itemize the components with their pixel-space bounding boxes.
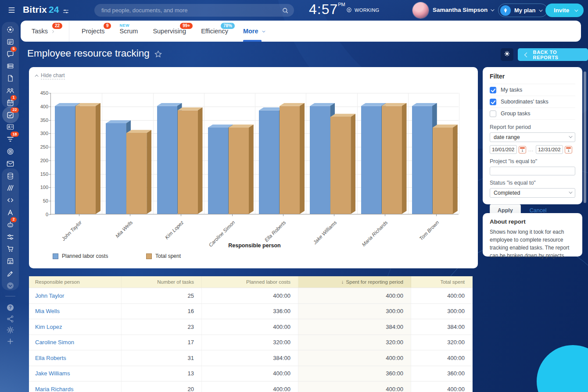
- bar-planned-labor-costs-jake-williams[interactable]: [310, 106, 330, 214]
- sidebar-item-knowledge-base[interactable]: [6, 172, 14, 180]
- hide-chart-link[interactable]: Hide chart: [36, 72, 65, 79]
- sidebar-item-documents[interactable]: [6, 74, 14, 82]
- sidebar-item-share[interactable]: [6, 315, 14, 323]
- favorite-star-icon[interactable]: [154, 50, 162, 58]
- global-search[interactable]: [94, 4, 294, 17]
- tab-tasks[interactable]: Tasks22: [32, 21, 56, 42]
- bar-total-spent-tom-brown[interactable]: [433, 128, 453, 214]
- logo-settings-icon[interactable]: [62, 7, 69, 14]
- user-menu[interactable]: Samantha Simpson: [433, 7, 493, 13]
- bar-planned-labor-costs-maria-richards[interactable]: [361, 106, 381, 214]
- bar-total-spent-ella-roberts[interactable]: [280, 106, 300, 214]
- bitrix24-logo[interactable]: Bitrix24: [23, 4, 69, 15]
- active-tab-indicator: [243, 40, 262, 42]
- sidebar-item-employees[interactable]: [6, 86, 14, 95]
- column-header-responsible-person[interactable]: Responsible person: [29, 276, 122, 288]
- calendar-picker-icon[interactable]: [519, 146, 526, 153]
- bar-total-spent-john-taylor[interactable]: [75, 106, 96, 214]
- menu-hamburger-icon[interactable]: [7, 6, 16, 14]
- gridline: [306, 93, 306, 214]
- bar-total-spent-maria-richards[interactable]: [382, 106, 402, 214]
- tab-projects[interactable]: Projects9: [82, 21, 104, 42]
- sidebar-item-workflows[interactable]: [6, 233, 14, 241]
- person-link[interactable]: Kim Lopez: [35, 324, 62, 330]
- sidebar-item-help[interactable]: ?: [6, 303, 14, 312]
- column-header-spent-for-reporting-period[interactable]: ↓Spent for reporting period: [298, 276, 411, 288]
- date-to-input[interactable]: [536, 145, 563, 154]
- person-link[interactable]: Caroline Simon: [35, 339, 74, 346]
- sidebar-item-crm[interactable]: [6, 123, 14, 131]
- checkbox[interactable]: [490, 99, 496, 105]
- person-link[interactable]: Ella Roberts: [35, 355, 66, 361]
- y-tick: [49, 174, 51, 175]
- user-avatar[interactable]: [412, 2, 429, 18]
- chevron-left-icon: [524, 53, 529, 57]
- sidebar-item-translate[interactable]: [6, 208, 14, 217]
- bar-total-spent-kim-lopez[interactable]: [178, 110, 198, 214]
- bar-planned-labor-costs-kim-lopez[interactable]: [157, 106, 177, 214]
- work-clock[interactable]: 4:57PM: [309, 1, 345, 18]
- bar-total-spent-caroline-simon[interactable]: [229, 128, 249, 214]
- column-header-total-spent[interactable]: Total spent: [411, 276, 473, 288]
- project-input[interactable]: [490, 167, 575, 175]
- bar-total-spent-mia-wells[interactable]: [126, 133, 147, 214]
- checkbox[interactable]: [490, 87, 496, 93]
- bar-planned-labor-costs-ella-roberts[interactable]: [259, 110, 279, 214]
- period-select[interactable]: date range: [490, 132, 575, 142]
- tab-efficiency[interactable]: Efficiency78%: [201, 21, 228, 42]
- tab-more[interactable]: More: [243, 21, 266, 42]
- filter-checkbox-subordinates-tasks[interactable]: Subordinates' tasks: [490, 96, 575, 108]
- status-select[interactable]: Completed: [490, 188, 575, 198]
- sidebar-item-developer[interactable]: [6, 196, 14, 204]
- filter-checkbox-group-tasks[interactable]: Group tasks: [490, 108, 575, 120]
- sidebar-item-collapse[interactable]: [6, 282, 14, 290]
- cell-value: 400:00: [298, 288, 411, 303]
- column-header-number-of-tasks[interactable]: Number of tasks: [122, 276, 202, 288]
- sidebar-item-gear[interactable]: [6, 326, 14, 334]
- tab-scrum[interactable]: ScrumNEW: [119, 21, 138, 42]
- bar-planned-labor-costs-tom-brown[interactable]: [412, 106, 432, 214]
- person-link[interactable]: John Taylor: [35, 292, 64, 299]
- y-tick: [49, 214, 51, 215]
- calendar-picker-icon[interactable]: [565, 146, 572, 153]
- back-to-reports-button[interactable]: BACK TO REPORTS: [518, 48, 588, 61]
- bar-planned-labor-costs-john-taylor[interactable]: [55, 106, 75, 214]
- page-title: Employee resource tracking: [27, 48, 162, 59]
- sidebar-item-drive[interactable]: [6, 62, 14, 70]
- search-icon[interactable]: [282, 7, 289, 14]
- table-row: Maria Richards20400:00400:00400:00: [29, 381, 473, 392]
- column-header-planned-labor-costs[interactable]: Planned labor costs: [202, 276, 298, 288]
- bar-planned-labor-costs-mia-wells[interactable]: [106, 123, 126, 214]
- sidebar-item-sign[interactable]: [6, 269, 14, 278]
- person-link[interactable]: Maria Richards: [35, 386, 73, 392]
- sidebar-item-feed[interactable]: [6, 38, 14, 46]
- working-status[interactable]: WORKING: [346, 7, 380, 13]
- scrollbar[interactable]: [584, 71, 586, 203]
- y-tick: [49, 107, 51, 107]
- sidebar-item-automation[interactable]: [6, 147, 14, 156]
- y-tick: [49, 147, 51, 147]
- cell-value: 23: [122, 319, 202, 335]
- invite-button[interactable]: Invite: [545, 4, 584, 17]
- tab-supervising[interactable]: Supervising99+: [153, 21, 186, 42]
- checkbox[interactable]: [490, 110, 496, 117]
- date-from-input[interactable]: [490, 145, 517, 154]
- bar-planned-labor-costs-caroline-simon[interactable]: [208, 128, 228, 214]
- sidebar-item-store[interactable]: [6, 257, 14, 265]
- person-link[interactable]: Jake Williams: [35, 370, 70, 377]
- cell-value: 20: [122, 381, 202, 392]
- cell-responsible-person: Maria Richards: [29, 381, 122, 392]
- sidebar-item-shop[interactable]: [6, 245, 14, 253]
- cancel-link[interactable]: Cancel: [530, 207, 547, 214]
- report-settings-button[interactable]: [501, 48, 513, 61]
- my-plan-button[interactable]: My plan: [498, 4, 548, 17]
- sidebar-item-marketing[interactable]: [6, 184, 14, 192]
- person-link[interactable]: Mia Wells: [35, 308, 60, 314]
- bar-total-spent-jake-williams[interactable]: [330, 117, 351, 214]
- search-input[interactable]: [101, 7, 282, 14]
- sidebar-item-plus[interactable]: [6, 337, 14, 346]
- sidebar-item-mail[interactable]: [6, 160, 14, 168]
- filter-checkbox-my-tasks[interactable]: My tasks: [490, 84, 575, 96]
- sidebar-item-pulse[interactable]: [6, 25, 14, 34]
- gridline: [204, 93, 204, 214]
